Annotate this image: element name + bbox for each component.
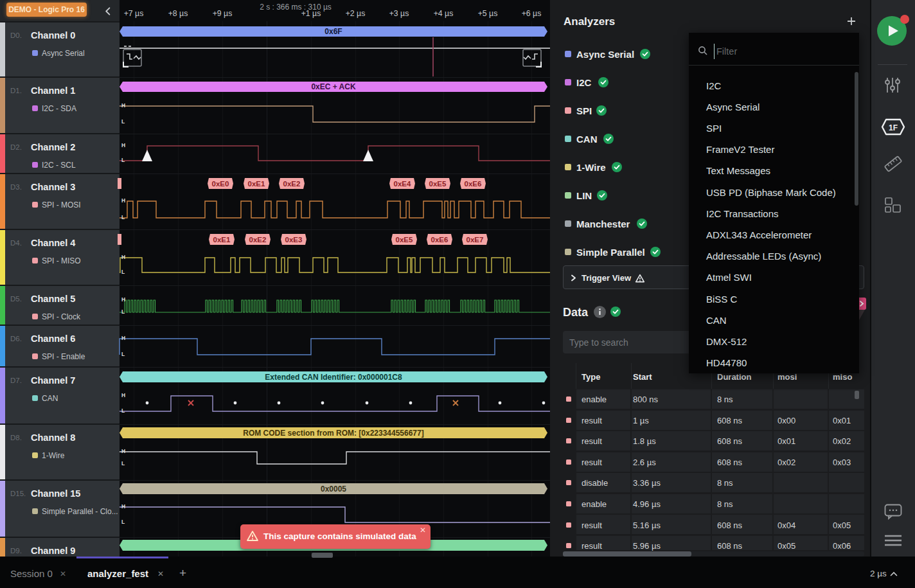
svg-text:1F: 1F	[889, 123, 898, 132]
